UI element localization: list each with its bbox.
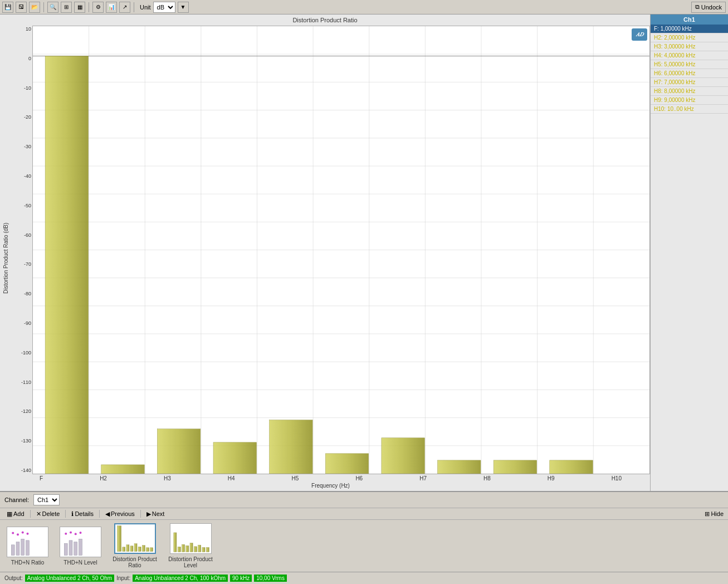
x-axis-title: Frequency (Hz) <box>11 483 650 491</box>
output-label: Output: <box>4 575 23 581</box>
add-button[interactable]: ▦ Add <box>4 510 27 518</box>
x-label-H10: H10 <box>612 475 622 481</box>
thumbnail-thdn-ratio[interactable]: THD+N Ratio <box>7 527 48 566</box>
sep4 <box>140 510 141 518</box>
thumbnail-dp-ratio-label: Distortion Product Ratio <box>113 556 157 568</box>
legend-item-F[interactable]: F: 1,00000 kHz <box>651 25 728 33</box>
svg-rect-61 <box>142 546 145 552</box>
legend-item-H2[interactable]: H2: 2,00000 kHz <box>651 33 728 42</box>
svg-rect-66 <box>178 547 180 552</box>
svg-rect-60 <box>138 547 141 551</box>
input-label: Input: <box>116 575 130 581</box>
svg-rect-68 <box>185 546 188 552</box>
separator3 <box>134 2 134 12</box>
channel-select[interactable]: Ch1 <box>33 494 60 505</box>
legend-item-H3[interactable]: H3: 3,00000 kHz <box>651 42 728 51</box>
svg-point-51 <box>70 531 72 533</box>
thumbnail-dp-ratio[interactable]: Distortion Product Ratio <box>113 523 157 568</box>
x-label-H7: H7 <box>419 475 427 481</box>
toolbar-config1-button[interactable]: ⚙ <box>92 2 104 13</box>
svg-rect-35 <box>550 460 593 474</box>
svg-rect-67 <box>182 544 184 552</box>
add-icon: ▦ <box>7 510 12 518</box>
hide-label: Hide <box>711 510 724 517</box>
y-axis-label: Distortion Product Ratio (dB) <box>0 26 11 491</box>
x-label-H8: H8 <box>483 475 491 481</box>
svg-rect-48 <box>74 542 77 555</box>
legend-item-H7[interactable]: H7: 7,00000 kHz <box>651 78 728 87</box>
x-label-H6: H6 <box>355 475 363 481</box>
svg-point-42 <box>17 533 19 536</box>
thumbnail-thdn-level[interactable]: THD+N Level <box>60 527 101 566</box>
svg-rect-29 <box>213 442 256 474</box>
y-label--110: -110 <box>12 380 31 385</box>
toolbar-save2-button[interactable]: 🖫 <box>16 2 27 13</box>
separator2 <box>89 2 89 12</box>
y-label--10: -10 <box>12 86 31 91</box>
svg-point-50 <box>65 532 67 534</box>
channel-bar: Channel: Ch1 <box>0 492 728 508</box>
toolbar-autoscale-button[interactable]: ⊞ <box>61 2 72 13</box>
y-label--130: -130 <box>12 439 31 444</box>
hide-button[interactable]: ⊞ Hide <box>705 510 724 518</box>
hide-icon: ⊞ <box>705 510 710 518</box>
thumbnail-dp-level[interactable]: Distortion Product Level <box>168 523 213 568</box>
svg-rect-37 <box>11 544 14 555</box>
toolbar: 💾 🖫 📂 🔍 ⊞ ▦ ⚙ 📊 ↗ Unit dB ▼ ⧉ Undock <box>0 0 728 14</box>
svg-rect-59 <box>134 544 137 552</box>
next-button[interactable]: ▶ Next <box>144 510 167 518</box>
svg-rect-73 <box>206 547 209 552</box>
svg-rect-70 <box>194 547 197 552</box>
legend-item-H6[interactable]: H6: 6,00000 kHz <box>651 69 728 78</box>
toolbar-zoom-button[interactable]: 🔍 <box>47 2 58 13</box>
svg-point-43 <box>22 531 24 533</box>
svg-rect-49 <box>79 539 82 555</box>
svg-rect-47 <box>69 540 72 555</box>
x-label-H4: H4 <box>228 475 235 481</box>
thumbnail-thdn-ratio-box[interactable] <box>7 527 48 557</box>
legend-item-H4[interactable]: H4: 4,00000 kHz <box>651 51 728 60</box>
svg-point-53 <box>80 532 82 534</box>
toolbar-export-button[interactable]: ↗ <box>119 2 130 13</box>
svg-point-41 <box>12 532 14 534</box>
chart-plot[interactable]: 𝐴𝐷 <box>32 26 650 474</box>
chart-wrapper: Distortion Product Ratio (dB) 10 0 -10 -… <box>0 26 650 491</box>
svg-rect-58 <box>130 546 133 552</box>
y-label--20: -20 <box>12 115 31 120</box>
legend-item-H10[interactable]: H10: 10..00 kHz <box>651 105 728 114</box>
svg-rect-46 <box>64 543 67 555</box>
svg-rect-33 <box>438 460 481 474</box>
unit-select[interactable]: dB <box>153 2 175 13</box>
svg-rect-40 <box>26 540 30 555</box>
thumbnail-thdn-level-box[interactable] <box>60 527 101 557</box>
details-button[interactable]: ℹ Details <box>69 510 96 518</box>
legend-item-H5[interactable]: H5: 5,00000 kHz <box>651 60 728 69</box>
toolbar-config2-button[interactable]: 📊 <box>106 2 117 13</box>
legend-item-H8[interactable]: H8: 8,00000 kHz <box>651 87 728 96</box>
thumbnail-dp-ratio-box[interactable] <box>114 523 156 554</box>
toolbar-open-button[interactable]: 📂 <box>29 2 40 13</box>
delete-button[interactable]: ✕ Delete <box>34 510 62 518</box>
chart-grid <box>33 26 649 474</box>
svg-point-44 <box>27 532 29 534</box>
y-label--90: -90 <box>12 321 31 326</box>
previous-button[interactable]: ◀ Previous <box>103 510 137 518</box>
delete-icon: ✕ <box>36 510 41 518</box>
thumbnail-dp-level-box[interactable] <box>170 523 212 554</box>
sep2 <box>65 510 66 518</box>
y-label-0: 0 <box>12 56 31 61</box>
plot-and-xaxis: 10 0 -10 -20 -30 -40 -50 -60 -70 -80 -90… <box>11 26 650 491</box>
x-label-H5: H5 <box>292 475 299 481</box>
svg-rect-34 <box>494 460 536 474</box>
thumbnail-thdn-level-label: THD+N Level <box>63 559 97 566</box>
legend-item-H9[interactable]: H9: 9,00000 kHz <box>651 96 728 105</box>
toolbar-grid-button[interactable]: ▦ <box>74 2 85 13</box>
toolbar-dropdown-button[interactable]: ▼ <box>178 2 189 13</box>
x-label-H9: H9 <box>548 475 555 481</box>
undock-button[interactable]: ⧉ Undock <box>691 2 726 13</box>
main-content: Distortion Product Ratio Distortion Prod… <box>0 14 728 491</box>
separator1 <box>43 2 44 12</box>
y-label--140: -140 <box>12 468 31 473</box>
toolbar-save1-button[interactable]: 💾 <box>2 2 13 13</box>
level-value: 10,00 Vrms <box>254 575 287 582</box>
